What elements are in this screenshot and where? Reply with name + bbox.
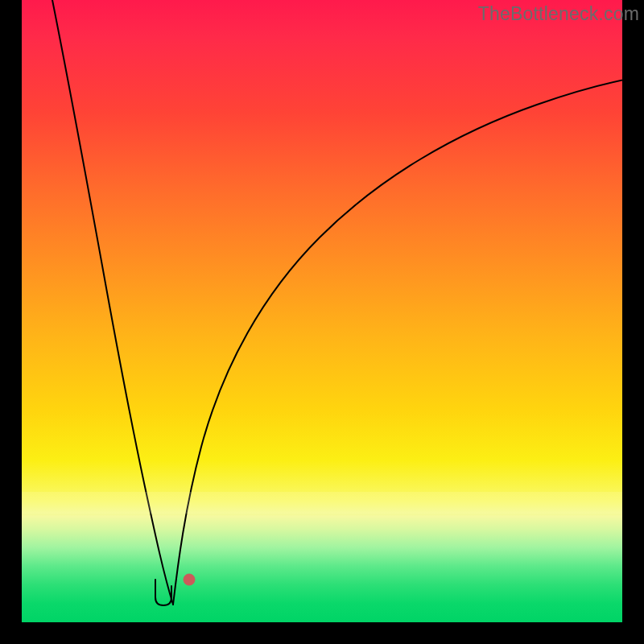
valley-dot-marker [184, 574, 195, 585]
bottleneck-curve-chart [22, 0, 622, 622]
plot-area [22, 0, 622, 622]
right-curve [173, 76, 622, 605]
left-curve [52, 0, 173, 605]
watermark-text: TheBottleneck.com [478, 3, 639, 25]
